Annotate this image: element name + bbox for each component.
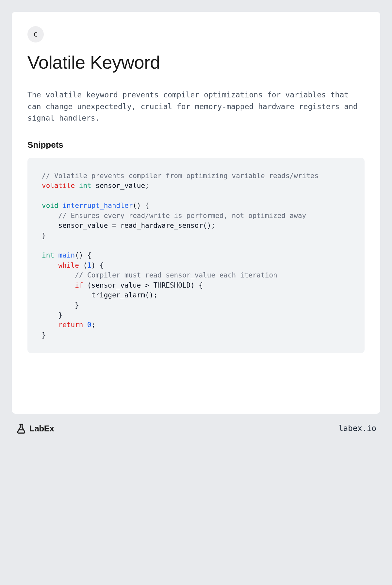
snippets-heading: Snippets (27, 140, 365, 150)
code-comment: // Volatile prevents compiler from optim… (42, 172, 318, 180)
code-text: sensor_value; (91, 182, 149, 190)
code-text: () { (133, 202, 149, 209)
code-text: } (42, 301, 79, 309)
code-text: sensor_value = read_hardware_sensor(); (42, 222, 215, 229)
code-text: } (42, 331, 46, 339)
code-number: 0 (87, 321, 91, 329)
logo-text: LabEx (29, 424, 54, 434)
code-text: trigger_alarm(); (42, 291, 157, 299)
logo: LabEx (16, 423, 54, 434)
code-text: } (42, 232, 46, 240)
code-text: } (42, 311, 62, 319)
code-text: ; (91, 321, 96, 329)
code-function: interrupt_handler (62, 202, 133, 209)
code-keyword: return (58, 321, 83, 329)
site-url: labex.io (338, 424, 376, 433)
code-text: (sensor_value > THRESHOLD) { (83, 281, 203, 289)
code-keyword: while (58, 261, 79, 269)
code-type: void (42, 202, 58, 209)
code-comment: // Compiler must read sensor_value each … (75, 271, 277, 279)
code-type: int (42, 251, 54, 259)
code-function: main (58, 251, 75, 259)
code-comment: // Ensures every read/write is performed… (58, 212, 306, 220)
code-text: ) { (91, 261, 104, 269)
code-type: int (79, 182, 91, 190)
code-text: ( (79, 261, 87, 269)
code-keyword: volatile (42, 182, 75, 190)
code-snippet: // Volatile prevents compiler from optim… (27, 158, 365, 353)
flask-icon (16, 423, 27, 434)
code-text: () { (75, 251, 91, 259)
code-number: 1 (87, 261, 91, 269)
footer: LabEx labex.io (12, 414, 380, 434)
content-card: C Volatile Keyword The volatile keyword … (12, 12, 380, 414)
code-keyword: if (75, 281, 83, 289)
description-text: The volatile keyword prevents compiler o… (27, 89, 365, 124)
language-badge: C (27, 26, 44, 42)
page-title: Volatile Keyword (27, 52, 365, 73)
